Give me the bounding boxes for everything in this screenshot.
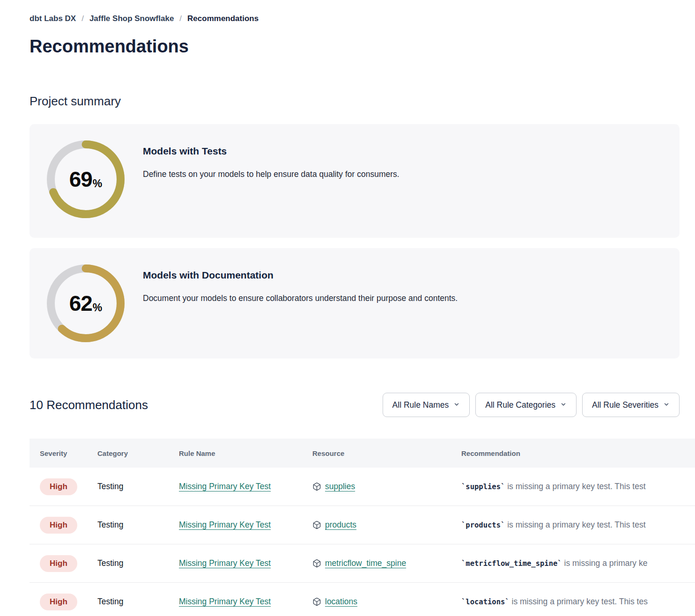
chevron-down-icon [663, 400, 670, 410]
resource-link[interactable]: metricflow_time_spine [325, 558, 406, 568]
package-cube-icon [312, 482, 321, 491]
table-row: High Testing Missing Primary Key Test su… [30, 468, 695, 506]
resource-cell: locations [312, 597, 461, 607]
category-cell: Testing [97, 520, 179, 530]
resource-link[interactable]: supplies [325, 482, 355, 491]
column-header-rule-name: Rule Name [179, 449, 312, 457]
rule-names-filter-dropdown[interactable]: All Rule Names [383, 393, 470, 417]
package-cube-icon [312, 521, 321, 529]
recommendation-text: is missing a primary ke [562, 558, 648, 568]
severity-cell: High [40, 555, 97, 572]
recommendations-page: dbt Labs DX / Jaffle Shop Snowflake / Re… [0, 0, 695, 616]
card-text: Models with Tests Define tests on your m… [143, 146, 399, 179]
recommendation-text: is missing a primary key test. This tes [510, 597, 648, 606]
severity-badge: High [40, 478, 77, 495]
table-header-row: Severity Category Rule Name Resource Rec… [30, 439, 695, 468]
recommendation-cell: `metricflow_time_spine` is missing a pri… [461, 558, 695, 568]
resource-code-snippet: `supplies` [461, 483, 505, 491]
filter-label: All Rule Names [392, 400, 449, 410]
breadcrumb-separator: / [179, 14, 182, 23]
breadcrumb-project[interactable]: Jaffle Shop Snowflake [89, 14, 174, 23]
severity-badge: High [40, 517, 77, 534]
rule-name-cell: Missing Primary Key Test [179, 520, 312, 530]
docs-donut-chart: 62 % [47, 264, 125, 342]
donut-percent-label: 69 % [47, 140, 125, 218]
rule-name-link[interactable]: Missing Primary Key Test [179, 482, 271, 491]
package-cube-icon [312, 597, 321, 606]
table-row: High Testing Missing Primary Key Test me… [30, 544, 695, 583]
breadcrumb-separator: / [81, 14, 84, 23]
severity-cell: High [40, 478, 97, 495]
card-description: Document your models to ensure collabora… [143, 293, 458, 303]
project-summary-heading: Project summary [30, 94, 695, 109]
resource-cell: supplies [312, 482, 461, 491]
filters-group: All Rule Names All Rule Categories All R… [383, 393, 680, 417]
filter-label: All Rule Severities [592, 400, 658, 410]
severity-badge: High [40, 594, 77, 610]
recommendations-toolbar: 10 Recommendations All Rule Names All Ru… [30, 393, 680, 417]
severity-cell: High [40, 594, 97, 610]
recommendations-count-heading: 10 Recommendations [30, 398, 148, 412]
category-cell: Testing [97, 597, 179, 607]
percent-sign: % [93, 301, 102, 314]
resource-cell: products [312, 520, 461, 530]
resource-link[interactable]: locations [325, 597, 357, 607]
resource-link[interactable]: products [325, 520, 356, 530]
tests-donut-chart: 69 % [47, 140, 125, 218]
column-header-category: Category [97, 449, 179, 457]
column-header-resource: Resource [312, 449, 461, 457]
breadcrumb-current: Recommendations [187, 14, 259, 23]
chevron-down-icon [560, 400, 567, 410]
rule-categories-filter-dropdown[interactable]: All Rule Categories [475, 393, 577, 417]
category-cell: Testing [97, 482, 179, 491]
card-description: Define tests on your models to help ensu… [143, 169, 399, 179]
card-title: Models with Documentation [143, 270, 458, 281]
column-header-severity: Severity [40, 449, 97, 457]
rule-name-link[interactable]: Missing Primary Key Test [179, 558, 271, 568]
percent-number: 62 [69, 291, 92, 316]
resource-code-snippet: `locations` [461, 598, 510, 606]
category-cell: Testing [97, 558, 179, 568]
summary-card-models-with-tests: 69 % Models with Tests Define tests on y… [30, 124, 680, 238]
percent-sign: % [93, 177, 102, 190]
package-cube-icon [312, 559, 321, 568]
breadcrumb-account[interactable]: dbt Labs DX [30, 14, 76, 23]
severity-cell: High [40, 517, 97, 534]
resource-code-snippet: `metricflow_time_spine` [461, 559, 562, 568]
card-text: Models with Documentation Document your … [143, 270, 458, 303]
recommendation-cell: `products` is missing a primary key test… [461, 520, 695, 530]
recommendations-table: Severity Category Rule Name Resource Rec… [30, 439, 695, 616]
rule-name-cell: Missing Primary Key Test [179, 558, 312, 568]
page-title: Recommendations [30, 37, 695, 57]
rule-name-cell: Missing Primary Key Test [179, 597, 312, 607]
chevron-down-icon [453, 400, 460, 410]
recommendation-cell: `supplies` is missing a primary key test… [461, 482, 695, 491]
donut-percent-label: 62 % [47, 264, 125, 342]
column-header-recommendation: Recommendation [461, 449, 695, 457]
rule-name-link[interactable]: Missing Primary Key Test [179, 520, 271, 529]
card-title: Models with Tests [143, 146, 399, 157]
filter-label: All Rule Categories [485, 400, 555, 410]
resource-code-snippet: `products` [461, 521, 505, 529]
rule-severities-filter-dropdown[interactable]: All Rule Severities [582, 393, 680, 417]
table-row: High Testing Missing Primary Key Test pr… [30, 506, 695, 544]
recommendation-text: is missing a primary key test. This test [505, 520, 645, 529]
rule-name-cell: Missing Primary Key Test [179, 482, 312, 491]
recommendation-cell: `locations` is missing a primary key tes… [461, 597, 695, 607]
table-row: High Testing Missing Primary Key Test lo… [30, 583, 695, 616]
resource-cell: metricflow_time_spine [312, 558, 461, 568]
breadcrumb: dbt Labs DX / Jaffle Shop Snowflake / Re… [30, 14, 695, 23]
severity-badge: High [40, 555, 77, 572]
table-body: High Testing Missing Primary Key Test su… [30, 468, 695, 616]
recommendation-text: is missing a primary key test. This test [505, 482, 645, 491]
rule-name-link[interactable]: Missing Primary Key Test [179, 597, 271, 606]
summary-card-models-with-documentation: 62 % Models with Documentation Document … [30, 248, 680, 359]
percent-number: 69 [69, 167, 92, 192]
